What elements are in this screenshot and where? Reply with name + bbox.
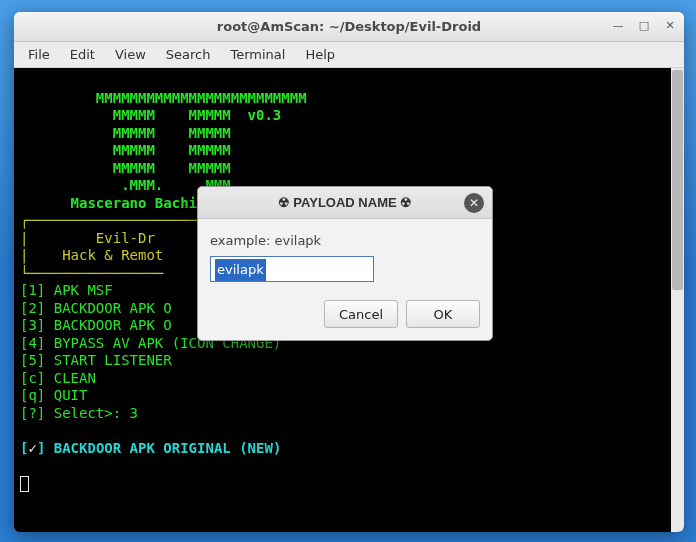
menu-option-c: [c] CLEAN	[20, 370, 96, 386]
banner-line: MMMMM MMMMM	[20, 160, 231, 176]
window-title: root@AmScan: ~/Desktop/Evil-Droid	[217, 19, 481, 34]
status-bracket: ]	[37, 440, 54, 456]
dialog-buttons: Cancel OK	[198, 288, 492, 340]
payload-name-dialog: ☢ PAYLOAD NAME ☢ ✕ example: evilapk evil…	[197, 186, 493, 341]
banner-line: MMMMM MMMMM v0.3	[20, 107, 281, 123]
menu-edit[interactable]: Edit	[62, 43, 103, 66]
payload-name-input[interactable]: evilapk	[210, 256, 374, 282]
check-icon: ✓	[28, 440, 36, 456]
titlebar[interactable]: root@AmScan: ~/Desktop/Evil-Droid — □ ✕	[14, 12, 684, 42]
scrollbar-thumb[interactable]	[672, 70, 683, 290]
dialog-close-button[interactable]: ✕	[464, 193, 484, 213]
dialog-body: example: evilapk evilapk	[198, 219, 492, 288]
menu-option-q: [q] QUIT	[20, 387, 87, 403]
maximize-icon: □	[639, 19, 649, 32]
close-icon: ✕	[665, 19, 674, 32]
menu-file[interactable]: File	[20, 43, 58, 66]
minimize-icon: —	[613, 19, 624, 32]
menu-help[interactable]: Help	[297, 43, 343, 66]
dialog-titlebar[interactable]: ☢ PAYLOAD NAME ☢ ✕	[198, 187, 492, 219]
ok-label: OK	[434, 307, 453, 322]
example-label: example: evilapk	[210, 233, 480, 248]
menu-search[interactable]: Search	[158, 43, 219, 66]
maximize-button[interactable]: □	[636, 17, 652, 33]
cancel-button[interactable]: Cancel	[324, 300, 398, 328]
menu-view[interactable]: View	[107, 43, 154, 66]
box-line: | Evil-Dr	[20, 230, 155, 246]
menu-terminal[interactable]: Terminal	[222, 43, 293, 66]
menubar: File Edit View Search Terminal Help	[14, 42, 684, 68]
cancel-label: Cancel	[339, 307, 383, 322]
window-controls: — □ ✕	[610, 17, 678, 33]
menu-option-2: [2] BACKDOOR APK O	[20, 300, 172, 316]
close-button[interactable]: ✕	[662, 17, 678, 33]
select-prompt: [?] Select>: 3	[20, 405, 138, 421]
banner-line: MMMMM MMMMM	[20, 125, 231, 141]
input-value-selected: evilapk	[215, 259, 266, 281]
box-bottom: └────────────────	[20, 265, 163, 281]
dialog-title-text: ☢ PAYLOAD NAME ☢	[278, 195, 413, 210]
cursor-icon	[20, 476, 29, 492]
minimize-button[interactable]: —	[610, 17, 626, 33]
menu-option-3: [3] BACKDOOR APK O	[20, 317, 172, 333]
banner-line: MMMMM MMMMM	[20, 142, 231, 158]
menu-option-5: [5] START LISTENER	[20, 352, 172, 368]
scrollbar[interactable]	[671, 68, 684, 532]
ok-button[interactable]: OK	[406, 300, 480, 328]
status-text: BACKDOOR APK ORIGINAL (NEW)	[54, 440, 282, 456]
banner-line: MMMMMMMMMMMMMMMMMMMMMMMMM	[20, 90, 307, 106]
close-icon: ✕	[469, 196, 479, 210]
box-line: | Hack & Remot	[20, 247, 163, 263]
menu-option-1: [1] APK MSF	[20, 282, 113, 298]
